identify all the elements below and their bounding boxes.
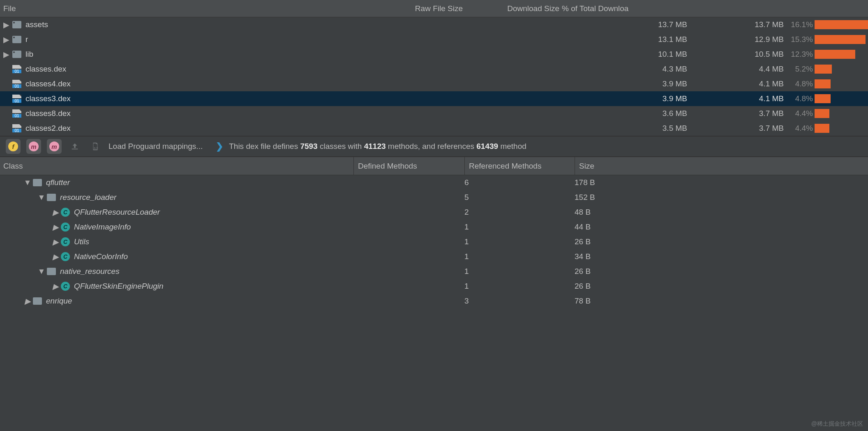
class-row[interactable]: ▼qflutter6178 B: [0, 175, 868, 190]
expand-toggle[interactable]: ▶: [50, 222, 61, 232]
class-size: 152 B: [575, 193, 868, 202]
class-icon: C: [61, 222, 70, 232]
file-row[interactable]: ▶01classes2.dex3.5 MB3.7 MB4.4%: [0, 121, 868, 136]
file-row[interactable]: ▶r13.1 MB12.9 MB15.3%: [0, 32, 868, 47]
class-row[interactable]: ▼resource_loader5152 B: [0, 190, 868, 205]
pct-label: 4.8%: [784, 79, 815, 88]
class-row[interactable]: ▶CQFlutterResourceLoader248 B: [0, 205, 868, 220]
raw-size: 3.6 MB: [593, 109, 687, 118]
referenced-methods: 5: [464, 193, 575, 202]
header-defined-methods[interactable]: Defined Methods: [353, 157, 464, 175]
pct-bar: [815, 94, 868, 103]
raw-size: 3.9 MB: [593, 94, 687, 103]
class-row[interactable]: ▶CNativeImageInfo144 B: [0, 220, 868, 234]
download-size: 3.7 MB: [687, 124, 784, 133]
file-name-label: classes.dex: [25, 65, 66, 74]
expand-toggle[interactable]: ▶: [50, 237, 61, 247]
pct-bar: [815, 79, 868, 88]
dex-toolbar: f m m a.b Load Proguard mappings... ❯ Th…: [0, 136, 868, 157]
info-icon: ❯: [216, 141, 223, 152]
class-size: 48 B: [575, 208, 868, 217]
dex-file-icon: 01: [12, 124, 21, 132]
class-name-label: native_resources: [60, 267, 120, 276]
download-size: 3.7 MB: [687, 109, 784, 118]
header-raw-size[interactable]: Raw File Size: [370, 4, 464, 13]
mapping-file-button[interactable]: a.b: [88, 139, 103, 154]
class-name-label: resource_loader: [60, 193, 116, 202]
pct-label: 16.1%: [784, 20, 815, 29]
package-icon: [47, 194, 56, 201]
class-row[interactable]: ▶enrique378 B: [0, 294, 868, 308]
class-icon: C: [61, 237, 70, 246]
referenced-methods: 6: [464, 178, 575, 187]
header-referenced-methods[interactable]: Referenced Methods: [464, 157, 575, 175]
file-row[interactable]: ▶lib10.1 MB10.5 MB12.3%: [0, 47, 868, 62]
class-row[interactable]: ▼native_resources126 B: [0, 264, 868, 279]
nav-up-button[interactable]: [67, 139, 82, 154]
header-class[interactable]: Class: [0, 162, 353, 171]
file-row[interactable]: ▶01classes.dex4.3 MB4.4 MB5.2%: [0, 62, 868, 76]
file-row[interactable]: ▶01classes3.dex3.9 MB4.1 MB4.8%: [0, 91, 868, 106]
file-name-label: lib: [25, 50, 33, 59]
header-download-size[interactable]: Download Size: [464, 4, 561, 13]
pct-label: 4.4%: [784, 109, 815, 118]
class-size: 178 B: [575, 178, 868, 187]
filter-methods-refs-button[interactable]: m: [47, 139, 62, 154]
expand-toggle[interactable]: ▼: [36, 267, 47, 276]
folder-icon: [12, 21, 21, 28]
filter-fields-button[interactable]: f: [6, 139, 21, 154]
download-size: 4.1 MB: [687, 79, 784, 88]
filter-methods-button[interactable]: m: [26, 139, 41, 154]
pct-bar: [815, 124, 868, 133]
package-icon: [33, 179, 42, 186]
expand-toggle[interactable]: ▶: [50, 252, 61, 262]
file-row[interactable]: ▶01classes4.dex3.9 MB4.1 MB4.8%: [0, 76, 868, 91]
class-table-body: ▼qflutter6178 B▼resource_loader5152 B▶CQ…: [0, 175, 868, 308]
pct-bar: [815, 35, 868, 44]
file-row[interactable]: ▶01classes8.dex3.6 MB3.7 MB4.4%: [0, 106, 868, 121]
class-size: 78 B: [575, 297, 868, 306]
referenced-methods: 3: [464, 297, 575, 306]
expand-toggle[interactable]: ▶: [50, 282, 61, 291]
pct-label: 4.4%: [784, 124, 815, 133]
file-name-label: classes2.dex: [25, 124, 71, 133]
expand-toggle[interactable]: ▶: [0, 50, 12, 59]
pct-bar: [815, 109, 868, 118]
class-icon: C: [61, 208, 70, 217]
dex-file-icon: 01: [12, 95, 21, 103]
class-row[interactable]: ▶CQFlutterSkinEnginePlugin126 B: [0, 279, 868, 294]
class-row[interactable]: ▶CNativeColorInfo134 B: [0, 249, 868, 264]
class-icon: C: [61, 252, 70, 261]
dex-file-icon: 01: [12, 80, 21, 88]
watermark: @稀土掘金技术社区: [811, 420, 863, 428]
file-name-label: r: [25, 35, 28, 44]
expand-toggle[interactable]: ▶: [50, 208, 61, 217]
expand-toggle[interactable]: ▼: [36, 193, 47, 202]
referenced-methods: 1: [464, 267, 575, 276]
raw-size: 10.1 MB: [593, 50, 687, 59]
load-proguard-link[interactable]: Load Proguard mappings...: [108, 142, 203, 151]
pct-label: 12.3%: [784, 50, 815, 59]
expand-toggle[interactable]: ▶: [0, 35, 12, 44]
class-name-label: NativeColorInfo: [74, 252, 128, 261]
pct-label: 5.2%: [784, 65, 815, 74]
class-name-label: QFlutterSkinEnginePlugin: [74, 282, 164, 291]
mapping-file-icon: a.b: [91, 142, 100, 151]
class-size: 26 B: [575, 282, 868, 291]
expand-toggle[interactable]: ▶: [0, 20, 12, 30]
header-pct-total[interactable]: % of Total Downloa: [561, 4, 868, 13]
pct-bar: [815, 50, 868, 59]
raw-size: 4.3 MB: [593, 65, 687, 74]
expand-toggle[interactable]: ▶: [22, 297, 33, 306]
dex-file-icon: 01: [12, 109, 21, 118]
raw-size: 3.5 MB: [593, 124, 687, 133]
referenced-methods: 1: [464, 237, 575, 246]
class-size: 26 B: [575, 267, 868, 276]
expand-toggle[interactable]: ▼: [22, 178, 33, 187]
header-size[interactable]: Size: [575, 157, 868, 175]
dex-file-icon: 01: [12, 65, 21, 73]
file-row[interactable]: ▶assets13.7 MB13.7 MB16.1%: [0, 17, 868, 32]
class-row[interactable]: ▶CUtils126 B: [0, 234, 868, 249]
header-file[interactable]: File: [0, 4, 370, 13]
class-name-label: enrique: [46, 297, 72, 306]
